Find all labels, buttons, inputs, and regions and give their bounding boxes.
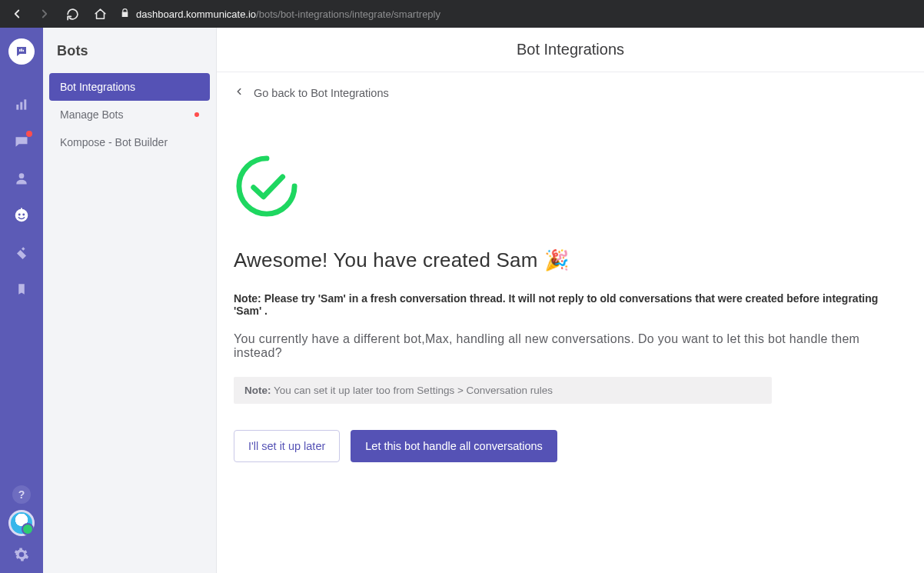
success-check-icon: [234, 153, 907, 222]
browser-url-text: dashboard.kommunicate.io/bots/bot-integr…: [136, 8, 440, 20]
browser-url-bar[interactable]: dashboard.kommunicate.io/bots/bot-integr…: [117, 8, 918, 20]
success-headline-text: Awesome! You have created Sam: [234, 248, 538, 272]
go-back-link[interactable]: Go back to Bot Integrations: [217, 72, 924, 99]
svg-rect-10: [21, 208, 22, 210]
app-root: ? Bots Bot Integrations Manage Bots Komp…: [0, 28, 924, 573]
svg-point-6: [19, 173, 25, 178]
browser-forward-button[interactable]: [34, 3, 55, 25]
avatar[interactable]: [8, 510, 35, 536]
svg-rect-5: [24, 99, 26, 109]
svg-rect-3: [16, 105, 18, 110]
svg-rect-4: [20, 102, 22, 110]
sidebar-item-kompose[interactable]: Kompose - Bot Builder: [49, 128, 210, 156]
chevron-left-icon: [234, 86, 244, 99]
sidebar-item-label: Bot Integrations: [60, 81, 135, 93]
svg-point-7: [15, 209, 28, 222]
sidebar-item-bot-integrations[interactable]: Bot Integrations: [49, 73, 210, 101]
note-box-label: Note:: [244, 385, 271, 396]
main: Bot Integrations Go back to Bot Integrat…: [217, 28, 924, 573]
note-box-text: You can set it up later too from Setting…: [271, 385, 553, 396]
content: Awesome! You have created Sam 🎉 Note: Pl…: [217, 99, 924, 485]
gear-icon[interactable]: [14, 547, 29, 565]
rail-item-conversations[interactable]: [0, 123, 43, 160]
go-back-label: Go back to Bot Integrations: [254, 87, 389, 99]
sidebar-item-manage-bots[interactable]: Manage Bots: [49, 101, 210, 128]
help-icon[interactable]: ?: [12, 485, 31, 504]
browser-chrome: dashboard.kommunicate.io/bots/bot-integr…: [0, 0, 924, 28]
nav-rail: ?: [0, 28, 43, 573]
app-logo[interactable]: [8, 38, 35, 65]
svg-point-9: [22, 214, 25, 216]
action-buttons: I'll set it up later Let this bot handle…: [234, 430, 907, 462]
notification-dot: [26, 131, 32, 137]
sidebar-title: Bots: [43, 43, 216, 73]
rail-bottom: ?: [8, 485, 35, 573]
page-title: Bot Integrations: [217, 28, 924, 72]
rail-item-analytics[interactable]: [0, 86, 43, 123]
browser-home-button[interactable]: [89, 3, 111, 25]
sidebar-nav: Bot Integrations Manage Bots Kompose - B…: [43, 73, 216, 156]
sidebar-item-label: Manage Bots: [60, 108, 124, 121]
party-popper-icon: 🎉: [544, 248, 569, 272]
svg-rect-2: [23, 50, 25, 52]
sidebar: Bots Bot Integrations Manage Bots Kompos…: [43, 28, 217, 573]
browser-back-button[interactable]: [6, 3, 28, 25]
browser-reload-button[interactable]: [61, 3, 83, 25]
notification-dot: [194, 112, 199, 117]
lock-icon: [120, 8, 130, 20]
note-box: Note: You can set it up later too from S…: [234, 377, 772, 404]
sidebar-item-label: Kompose - Bot Builder: [60, 136, 168, 148]
svg-rect-0: [19, 49, 21, 52]
rail-item-campaigns[interactable]: [0, 234, 43, 271]
rail-item-users[interactable]: [0, 160, 43, 197]
let-bot-handle-button[interactable]: Let this bot handle all conversations: [351, 430, 557, 462]
rail-item-docs[interactable]: [0, 271, 43, 308]
note-strong: Note: Please try 'Sam' in a fresh conver…: [234, 292, 907, 317]
svg-point-8: [18, 214, 21, 216]
info-paragraph: You currently have a different bot,Max, …: [234, 332, 907, 360]
set-up-later-button[interactable]: I'll set it up later: [234, 430, 340, 462]
svg-rect-1: [21, 48, 22, 52]
success-headline: Awesome! You have created Sam 🎉: [234, 248, 907, 272]
rail-item-bots[interactable]: [0, 197, 43, 234]
